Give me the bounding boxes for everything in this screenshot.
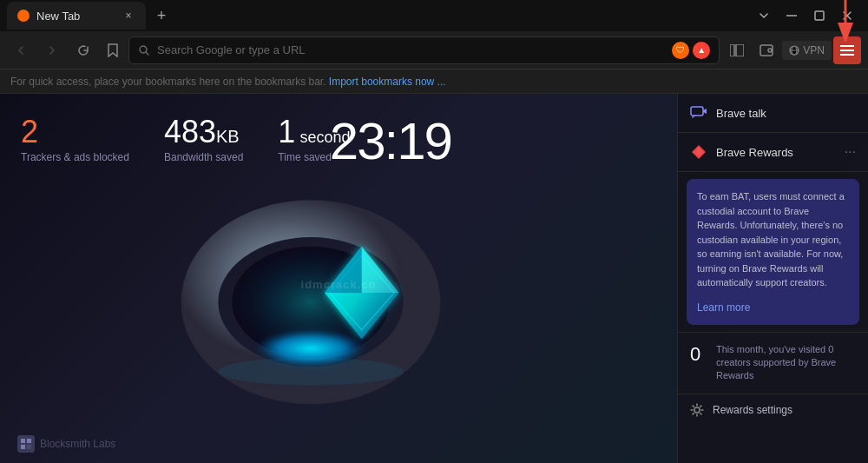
brave-rewards-icon [690,143,707,161]
tab-bar: New Tab × + [0,0,868,31]
svg-rect-1 [786,15,797,17]
import-bookmarks-link[interactable]: Import bookmarks now ... [329,76,446,88]
active-tab[interactable]: New Tab × [7,2,146,30]
blocksmith-logo [17,435,35,453]
trackers-value: 2 [21,115,129,149]
tab-title: New Tab [36,10,80,23]
svg-rect-23 [27,445,31,449]
svg-point-7 [768,49,772,52]
main-content: 2 Trackers & ads blocked 483KB Bandwidth… [0,94,868,463]
svg-rect-5 [736,44,744,56]
blocksmith-footer: Blocksmith Labs [17,435,115,453]
svg-rect-21 [27,439,31,443]
search-input[interactable] [157,43,665,56]
creators-row: 0 This month, you've visited 0 creators … [678,332,868,394]
brave-talk-item[interactable]: Brave talk [678,94,868,133]
trackers-stat: 2 Trackers & ads blocked [21,115,129,163]
brave-bat-icon[interactable]: ▲ [693,42,710,59]
brave-rewards-item[interactable]: Brave Rewards ··· [678,133,868,172]
brave-talk-label: Brave talk [716,107,766,120]
svg-marker-27 [694,147,704,157]
nav-bar: 🛡 ▲ VPN [0,31,868,69]
svg-rect-4 [730,44,734,56]
rewards-info-box: To earn BAT, users must connect a custod… [687,179,859,325]
back-button[interactable] [7,36,35,64]
rewards-settings-item[interactable]: Rewards settings [678,394,868,426]
svg-point-0 [20,12,27,19]
search-icon [138,44,150,56]
sidebar-toggle-button[interactable] [723,36,751,64]
tab-favicon [17,10,30,22]
svg-rect-22 [21,445,25,449]
address-bar-icons: 🛡 ▲ [672,42,710,59]
blocksmith-label: Blocksmith Labs [40,438,115,450]
toolbar-icons: VPN [723,36,861,64]
bandwidth-value: 483KB [164,115,243,149]
hamburger-icon [840,45,854,56]
svg-point-19 [218,357,403,385]
hamburger-menu-button[interactable] [833,36,861,64]
svg-rect-24 [691,107,703,116]
forward-button[interactable] [38,36,66,64]
watermark: idmcrack.co [301,277,377,290]
bookmark-button[interactable] [101,36,125,64]
bookmarks-prompt: For quick access, place your bookmarks h… [10,76,326,88]
vpn-button[interactable]: VPN [782,41,832,60]
svg-rect-2 [815,11,824,20]
svg-point-28 [694,407,700,413]
chevron-down-icon[interactable] [750,0,778,31]
rewards-info-text: To earn BAT, users must connect a custod… [697,189,849,290]
right-sidebar: Brave talk Brave Rewards ··· To earn BAT… [677,94,868,463]
rewards-settings-label: Rewards settings [713,404,792,416]
trackers-label: Trackers & ads blocked [21,151,129,163]
gear-icon [690,403,704,417]
stats-panel: 2 Trackers & ads blocked 483KB Bandwidth… [0,94,677,463]
refresh-button[interactable] [69,36,97,64]
rewards-more-button[interactable]: ··· [845,144,856,160]
vpn-label: VPN [803,44,825,56]
arrow-annotation [828,0,863,45]
bookmarks-bar: For quick access, place your bookmarks h… [0,69,868,94]
minimize-button[interactable] [778,0,806,31]
brave-rewards-label: Brave Rewards [716,146,793,159]
learn-more-link[interactable]: Learn more [697,301,750,314]
creators-text: This month, you've visited 0 creators su… [716,343,856,383]
svg-rect-20 [21,439,25,443]
wallet-button[interactable] [753,36,780,64]
brave-shield-icon[interactable]: 🛡 [672,42,689,59]
new-tab-button[interactable]: + [149,3,174,28]
hero-graphic [172,154,450,432]
creators-count: 0 [690,343,707,366]
browser-chrome: New Tab × + [0,0,868,94]
vpn-icon [789,45,799,56]
svg-rect-6 [760,45,773,56]
brave-talk-icon [690,104,707,122]
tab-close-button[interactable]: × [122,9,135,23]
address-bar[interactable]: 🛡 ▲ [128,36,720,64]
